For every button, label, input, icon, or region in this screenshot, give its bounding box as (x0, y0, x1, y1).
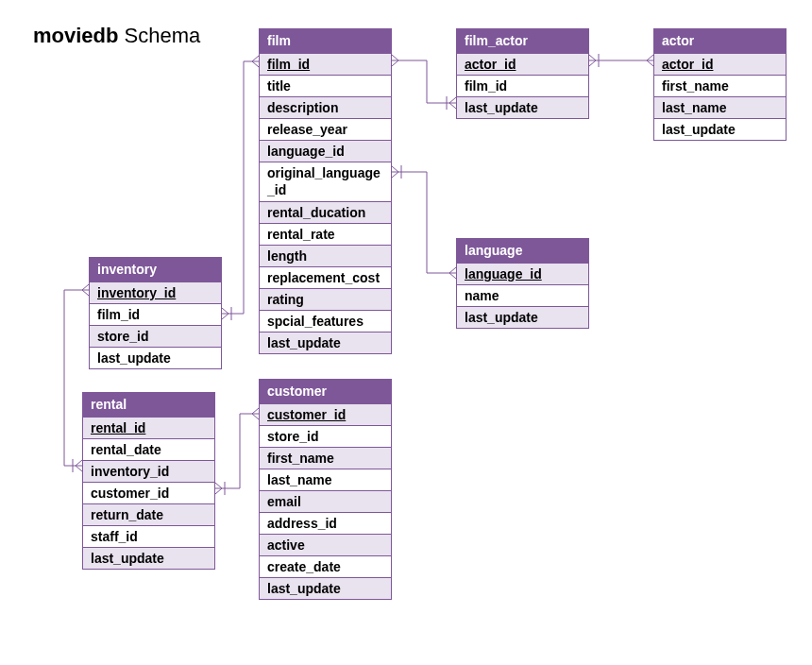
column-actor-0: actor_id (654, 53, 786, 75)
entity-header-actor: actor (654, 29, 786, 53)
column-rental-3: customer_id (83, 482, 214, 503)
column-inventory-3: last_update (90, 347, 221, 368)
column-film-12: last_update (260, 332, 391, 353)
svg-line-11 (449, 267, 456, 273)
column-language-2: last_update (457, 306, 588, 328)
entity-header-film_actor: film_actor (457, 29, 588, 53)
svg-line-22 (82, 290, 89, 296)
svg-line-23 (215, 483, 222, 488)
column-rental-6: last_update (83, 547, 214, 569)
column-customer-7: create_date (260, 555, 391, 577)
entity-language: languagelanguage_idnamelast_update (456, 238, 589, 329)
column-rental-0: rental_id (83, 417, 214, 438)
column-customer-0: customer_id (260, 403, 391, 425)
column-film-5: original_language _id (260, 162, 391, 201)
svg-line-13 (222, 308, 228, 314)
svg-line-21 (82, 284, 89, 290)
svg-line-16 (252, 56, 259, 61)
column-film-6: rental_ducation (260, 201, 391, 223)
svg-line-9 (392, 172, 398, 178)
column-inventory-0: inventory_id (90, 281, 221, 303)
column-rental-4: return_date (83, 503, 214, 525)
entity-header-inventory: inventory (90, 258, 221, 281)
column-language-1: name (457, 284, 588, 306)
entity-header-language: language (457, 239, 588, 263)
column-customer-6: active (260, 534, 391, 555)
column-film-1: title (260, 75, 391, 96)
entity-customer: customercustomer_idstore_idfirst_namelas… (259, 379, 392, 600)
column-actor-1: first_name (654, 75, 786, 96)
column-customer-3: last_name (260, 469, 391, 490)
entity-header-rental: rental (83, 393, 214, 417)
svg-line-24 (215, 488, 222, 494)
column-film-10: rating (260, 288, 391, 310)
column-language-0: language_id (457, 263, 588, 284)
entity-header-customer: customer (260, 380, 391, 403)
svg-line-0 (449, 97, 456, 103)
svg-line-8 (392, 166, 398, 172)
title-bold: moviedb (33, 24, 118, 47)
column-film-0: film_id (260, 53, 391, 75)
entity-rental: rentalrental_idrental_dateinventory_idcu… (82, 392, 215, 570)
column-customer-4: email (260, 490, 391, 512)
column-actor-2: last_name (654, 96, 786, 118)
svg-line-6 (647, 55, 653, 60)
schema-title: moviedb Schema (33, 24, 200, 48)
svg-line-17 (252, 61, 259, 67)
column-customer-8: last_update (260, 577, 391, 599)
svg-line-14 (222, 314, 228, 319)
column-film-7: rental_rate (260, 223, 391, 245)
column-film-3: release_year (260, 118, 391, 140)
column-actor-3: last_update (654, 118, 786, 140)
column-film_actor-2: last_update (457, 96, 588, 118)
column-inventory-2: store_id (90, 325, 221, 347)
column-customer-1: store_id (260, 425, 391, 447)
svg-line-3 (589, 55, 596, 60)
column-film-8: length (260, 245, 391, 266)
entity-inventory: inventoryinventory_idfilm_idstore_idlast… (89, 257, 222, 369)
svg-line-26 (252, 408, 259, 414)
column-film-9: replacement_cost (260, 266, 391, 288)
column-inventory-1: film_id (90, 303, 221, 325)
column-film_actor-0: actor_id (457, 53, 588, 75)
column-film-2: description (260, 96, 391, 118)
entity-actor: actoractor_idfirst_namelast_namelast_upd… (653, 28, 787, 141)
svg-line-18 (76, 460, 82, 466)
entity-header-film: film (260, 29, 391, 53)
svg-line-7 (647, 60, 653, 66)
column-rental-2: inventory_id (83, 460, 214, 482)
column-film-11: spcial_features (260, 310, 391, 332)
entity-film_actor: film_actoractor_idfilm_idlast_update (456, 28, 589, 119)
svg-line-12 (449, 273, 456, 279)
svg-line-27 (252, 414, 259, 419)
svg-line-1 (449, 103, 456, 109)
column-rental-1: rental_date (83, 438, 214, 460)
title-rest: Schema (118, 24, 200, 47)
column-customer-5: address_id (260, 512, 391, 534)
column-rental-5: staff_id (83, 525, 214, 547)
svg-line-19 (76, 466, 82, 471)
column-film-4: language_id (260, 140, 391, 162)
svg-line-4 (589, 60, 596, 66)
column-film_actor-1: film_id (457, 75, 588, 96)
column-customer-2: first_name (260, 447, 391, 469)
entity-film: filmfilm_idtitledescriptionrelease_yearl… (259, 28, 392, 354)
